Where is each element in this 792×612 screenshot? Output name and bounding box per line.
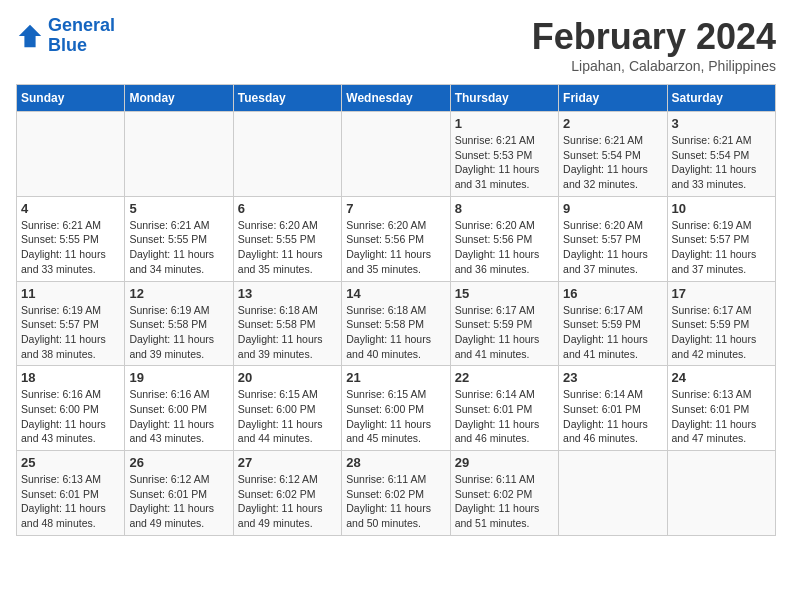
calendar-cell: 19Sunrise: 6:16 AM Sunset: 6:00 PM Dayli…	[125, 366, 233, 451]
week-row-3: 18Sunrise: 6:16 AM Sunset: 6:00 PM Dayli…	[17, 366, 776, 451]
calendar-cell: 13Sunrise: 6:18 AM Sunset: 5:58 PM Dayli…	[233, 281, 341, 366]
title-area: February 2024 Lipahan, Calabarzon, Phili…	[532, 16, 776, 74]
calendar-cell: 7Sunrise: 6:20 AM Sunset: 5:56 PM Daylig…	[342, 196, 450, 281]
day-info: Sunrise: 6:20 AM Sunset: 5:56 PM Dayligh…	[455, 218, 554, 277]
calendar-cell: 4Sunrise: 6:21 AM Sunset: 5:55 PM Daylig…	[17, 196, 125, 281]
day-number: 22	[455, 370, 554, 385]
calendar-cell	[17, 112, 125, 197]
day-info: Sunrise: 6:11 AM Sunset: 6:02 PM Dayligh…	[346, 472, 445, 531]
header-cell-tuesday: Tuesday	[233, 85, 341, 112]
day-info: Sunrise: 6:20 AM Sunset: 5:55 PM Dayligh…	[238, 218, 337, 277]
calendar-cell: 3Sunrise: 6:21 AM Sunset: 5:54 PM Daylig…	[667, 112, 775, 197]
day-info: Sunrise: 6:18 AM Sunset: 5:58 PM Dayligh…	[238, 303, 337, 362]
calendar-cell: 1Sunrise: 6:21 AM Sunset: 5:53 PM Daylig…	[450, 112, 558, 197]
day-info: Sunrise: 6:19 AM Sunset: 5:58 PM Dayligh…	[129, 303, 228, 362]
day-info: Sunrise: 6:17 AM Sunset: 5:59 PM Dayligh…	[672, 303, 771, 362]
calendar-cell: 26Sunrise: 6:12 AM Sunset: 6:01 PM Dayli…	[125, 451, 233, 536]
day-number: 16	[563, 286, 662, 301]
logo-text: General Blue	[48, 16, 115, 56]
calendar-cell: 18Sunrise: 6:16 AM Sunset: 6:00 PM Dayli…	[17, 366, 125, 451]
calendar-cell: 24Sunrise: 6:13 AM Sunset: 6:01 PM Dayli…	[667, 366, 775, 451]
calendar-cell: 10Sunrise: 6:19 AM Sunset: 5:57 PM Dayli…	[667, 196, 775, 281]
day-number: 25	[21, 455, 120, 470]
header-row: SundayMondayTuesdayWednesdayThursdayFrid…	[17, 85, 776, 112]
calendar-cell: 25Sunrise: 6:13 AM Sunset: 6:01 PM Dayli…	[17, 451, 125, 536]
day-info: Sunrise: 6:13 AM Sunset: 6:01 PM Dayligh…	[21, 472, 120, 531]
day-info: Sunrise: 6:17 AM Sunset: 5:59 PM Dayligh…	[563, 303, 662, 362]
day-info: Sunrise: 6:11 AM Sunset: 6:02 PM Dayligh…	[455, 472, 554, 531]
day-number: 28	[346, 455, 445, 470]
calendar-cell: 2Sunrise: 6:21 AM Sunset: 5:54 PM Daylig…	[559, 112, 667, 197]
header-cell-monday: Monday	[125, 85, 233, 112]
calendar-cell: 15Sunrise: 6:17 AM Sunset: 5:59 PM Dayli…	[450, 281, 558, 366]
calendar-cell: 6Sunrise: 6:20 AM Sunset: 5:55 PM Daylig…	[233, 196, 341, 281]
day-info: Sunrise: 6:21 AM Sunset: 5:54 PM Dayligh…	[672, 133, 771, 192]
day-info: Sunrise: 6:15 AM Sunset: 6:00 PM Dayligh…	[346, 387, 445, 446]
day-info: Sunrise: 6:13 AM Sunset: 6:01 PM Dayligh…	[672, 387, 771, 446]
day-number: 5	[129, 201, 228, 216]
calendar-cell	[125, 112, 233, 197]
week-row-4: 25Sunrise: 6:13 AM Sunset: 6:01 PM Dayli…	[17, 451, 776, 536]
day-number: 2	[563, 116, 662, 131]
day-number: 19	[129, 370, 228, 385]
day-info: Sunrise: 6:21 AM Sunset: 5:54 PM Dayligh…	[563, 133, 662, 192]
day-info: Sunrise: 6:17 AM Sunset: 5:59 PM Dayligh…	[455, 303, 554, 362]
day-number: 7	[346, 201, 445, 216]
header-cell-saturday: Saturday	[667, 85, 775, 112]
day-number: 9	[563, 201, 662, 216]
day-number: 15	[455, 286, 554, 301]
day-number: 24	[672, 370, 771, 385]
calendar-cell	[667, 451, 775, 536]
day-number: 17	[672, 286, 771, 301]
calendar-cell	[559, 451, 667, 536]
day-number: 13	[238, 286, 337, 301]
day-info: Sunrise: 6:21 AM Sunset: 5:53 PM Dayligh…	[455, 133, 554, 192]
day-info: Sunrise: 6:20 AM Sunset: 5:56 PM Dayligh…	[346, 218, 445, 277]
calendar-cell: 22Sunrise: 6:14 AM Sunset: 6:01 PM Dayli…	[450, 366, 558, 451]
day-info: Sunrise: 6:21 AM Sunset: 5:55 PM Dayligh…	[21, 218, 120, 277]
day-info: Sunrise: 6:12 AM Sunset: 6:02 PM Dayligh…	[238, 472, 337, 531]
day-number: 14	[346, 286, 445, 301]
calendar-cell: 8Sunrise: 6:20 AM Sunset: 5:56 PM Daylig…	[450, 196, 558, 281]
logo-line2: Blue	[48, 35, 87, 55]
day-info: Sunrise: 6:16 AM Sunset: 6:00 PM Dayligh…	[129, 387, 228, 446]
calendar-cell	[233, 112, 341, 197]
day-info: Sunrise: 6:15 AM Sunset: 6:00 PM Dayligh…	[238, 387, 337, 446]
day-info: Sunrise: 6:19 AM Sunset: 5:57 PM Dayligh…	[672, 218, 771, 277]
calendar-cell: 5Sunrise: 6:21 AM Sunset: 5:55 PM Daylig…	[125, 196, 233, 281]
day-info: Sunrise: 6:21 AM Sunset: 5:55 PM Dayligh…	[129, 218, 228, 277]
logo-icon	[16, 22, 44, 50]
header-cell-thursday: Thursday	[450, 85, 558, 112]
svg-marker-0	[19, 25, 41, 47]
week-row-0: 1Sunrise: 6:21 AM Sunset: 5:53 PM Daylig…	[17, 112, 776, 197]
day-info: Sunrise: 6:16 AM Sunset: 6:00 PM Dayligh…	[21, 387, 120, 446]
day-number: 18	[21, 370, 120, 385]
logo: General Blue	[16, 16, 115, 56]
calendar-cell: 27Sunrise: 6:12 AM Sunset: 6:02 PM Dayli…	[233, 451, 341, 536]
calendar-cell	[342, 112, 450, 197]
day-info: Sunrise: 6:19 AM Sunset: 5:57 PM Dayligh…	[21, 303, 120, 362]
week-row-2: 11Sunrise: 6:19 AM Sunset: 5:57 PM Dayli…	[17, 281, 776, 366]
calendar-cell: 21Sunrise: 6:15 AM Sunset: 6:00 PM Dayli…	[342, 366, 450, 451]
calendar-cell: 9Sunrise: 6:20 AM Sunset: 5:57 PM Daylig…	[559, 196, 667, 281]
day-number: 8	[455, 201, 554, 216]
day-info: Sunrise: 6:14 AM Sunset: 6:01 PM Dayligh…	[563, 387, 662, 446]
day-number: 6	[238, 201, 337, 216]
logo-line1: General	[48, 15, 115, 35]
day-number: 1	[455, 116, 554, 131]
day-number: 23	[563, 370, 662, 385]
day-info: Sunrise: 6:18 AM Sunset: 5:58 PM Dayligh…	[346, 303, 445, 362]
day-number: 11	[21, 286, 120, 301]
day-number: 10	[672, 201, 771, 216]
day-number: 3	[672, 116, 771, 131]
week-row-1: 4Sunrise: 6:21 AM Sunset: 5:55 PM Daylig…	[17, 196, 776, 281]
calendar-cell: 17Sunrise: 6:17 AM Sunset: 5:59 PM Dayli…	[667, 281, 775, 366]
month-year: February 2024	[532, 16, 776, 58]
calendar-cell: 20Sunrise: 6:15 AM Sunset: 6:00 PM Dayli…	[233, 366, 341, 451]
day-info: Sunrise: 6:14 AM Sunset: 6:01 PM Dayligh…	[455, 387, 554, 446]
calendar-cell: 11Sunrise: 6:19 AM Sunset: 5:57 PM Dayli…	[17, 281, 125, 366]
calendar-cell: 16Sunrise: 6:17 AM Sunset: 5:59 PM Dayli…	[559, 281, 667, 366]
header-cell-friday: Friday	[559, 85, 667, 112]
header-cell-wednesday: Wednesday	[342, 85, 450, 112]
calendar-cell: 29Sunrise: 6:11 AM Sunset: 6:02 PM Dayli…	[450, 451, 558, 536]
